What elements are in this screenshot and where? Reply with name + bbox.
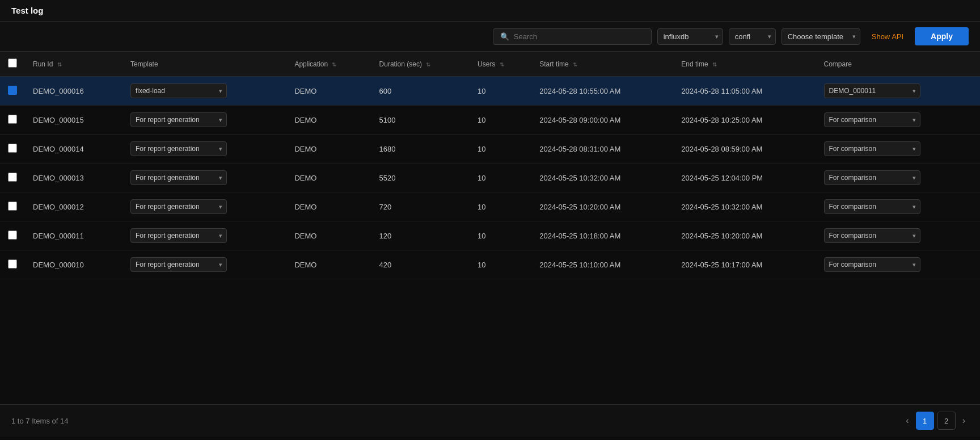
row-template-select[interactable]: For report generationFor report generati…	[130, 199, 227, 214]
datasource-dropdown[interactable]: influxdb prometheus elasticsearch	[657, 28, 723, 45]
main-content: 🔍 influxdb prometheus elasticsearch conf…	[0, 22, 980, 437]
table-row: DEMO_000013For report generationFor repo…	[0, 164, 980, 192]
row-template-select[interactable]: For report generationFor report generati…	[130, 112, 227, 127]
table-row: DEMO_000010For report generationFor repo…	[0, 250, 980, 279]
search-input[interactable]	[514, 32, 644, 41]
row-compare-select[interactable]: For comparisonFor comparison	[824, 112, 920, 127]
row-compare-select[interactable]: For comparisonFor comparison	[824, 228, 920, 243]
cell-start-time: 2024-05-28 09:00:00 AM	[531, 106, 673, 135]
template-dropdown[interactable]: Choose template template1 template2	[782, 28, 860, 45]
cell-start-time: 2024-05-25 10:20:00 AM	[531, 192, 673, 221]
row-template-select[interactable]: For report generationFor report generati…	[130, 141, 227, 156]
header-duration: Duration (sec) ⇅	[371, 52, 470, 77]
header-application: Application ⇅	[286, 52, 371, 77]
select-all-checkbox[interactable]	[8, 58, 17, 68]
cell-duration: 720	[371, 192, 470, 221]
table-row: DEMO_000015For report generationFor repo…	[0, 106, 980, 135]
cell-duration: 5520	[371, 164, 470, 192]
header-template: Template	[122, 52, 286, 77]
cell-run-id: DEMO_000016	[25, 77, 122, 106]
table-row: DEMO_000012For report generationFor repo…	[0, 192, 980, 221]
row-compare-select[interactable]: For comparisonFor comparison	[824, 170, 920, 185]
cell-compare: DEMO_000011For comparison	[816, 77, 980, 106]
cell-compare: For comparisonFor comparison	[816, 192, 980, 221]
row-compare-select[interactable]: DEMO_000011For comparison	[824, 83, 920, 98]
template-dropdown-wrapper: For report generationFor report generati…	[130, 112, 227, 127]
row-checkbox[interactable]	[8, 173, 17, 182]
row-checkbox[interactable]	[8, 259, 17, 269]
cell-template: For report generationFor report generati…	[122, 164, 286, 192]
cell-users: 10	[470, 106, 531, 135]
table-header: Run Id ⇅ Template Application ⇅ Duration…	[0, 52, 980, 77]
checkbox-cell	[0, 106, 25, 135]
page-2-button[interactable]: 2	[937, 412, 956, 430]
row-checkbox[interactable]	[8, 115, 17, 124]
top-bar: Test log	[0, 0, 980, 22]
prev-page-button[interactable]: ‹	[902, 413, 912, 428]
next-page-button[interactable]: ›	[959, 413, 969, 428]
apply-button[interactable]: Apply	[915, 27, 969, 45]
cell-template: For report generationFor report generati…	[122, 106, 286, 135]
cell-application: DEMO	[286, 106, 371, 135]
table-row: DEMO_000011For report generationFor repo…	[0, 221, 980, 250]
template-dropdown-wrapper: fixed-loadFor report generation	[130, 83, 227, 98]
cell-application: DEMO	[286, 164, 371, 192]
cell-users: 10	[470, 135, 531, 164]
compare-dropdown-wrapper: DEMO_000011For comparison	[824, 83, 920, 98]
header-run-id: Run Id ⇅	[25, 52, 122, 77]
cell-duration: 1680	[371, 135, 470, 164]
template-dropdown-wrapper: For report generationFor report generati…	[130, 228, 227, 243]
table-body: DEMO_000016fixed-loadFor report generati…	[0, 77, 980, 279]
header-start-time: Start time ⇅	[531, 52, 673, 77]
header-checkbox-cell	[0, 52, 25, 77]
template-dropdown-wrapper: For report generationFor report generati…	[130, 141, 227, 156]
checkbox-cell	[0, 135, 25, 164]
row-compare-select[interactable]: For comparisonFor comparison	[824, 257, 920, 272]
cell-application: DEMO	[286, 221, 371, 250]
cell-template: fixed-loadFor report generation	[122, 77, 286, 106]
compare-dropdown-wrapper: For comparisonFor comparison	[824, 257, 920, 272]
cell-start-time: 2024-05-28 10:55:00 AM	[531, 77, 673, 106]
cell-run-id: DEMO_000010	[25, 250, 122, 279]
cell-end-time: 2024-05-28 10:25:00 AM	[673, 106, 816, 135]
row-compare-select[interactable]: For comparisonFor comparison	[824, 199, 920, 214]
cell-users: 10	[470, 192, 531, 221]
template-dropdown-wrapper: For report generationFor report generati…	[130, 199, 227, 214]
cell-duration: 420	[371, 250, 470, 279]
checkbox-cell	[0, 250, 25, 279]
cell-start-time: 2024-05-28 08:31:00 AM	[531, 135, 673, 164]
cell-run-id: DEMO_000015	[25, 106, 122, 135]
row-checkbox[interactable]	[8, 231, 17, 240]
cell-start-time: 2024-05-25 10:18:00 AM	[531, 221, 673, 250]
filter-dropdown-wrapper: confl option2 option3	[729, 28, 776, 45]
cell-template: For report generationFor report generati…	[122, 221, 286, 250]
cell-application: DEMO	[286, 77, 371, 106]
show-api-button[interactable]: Show API	[866, 29, 909, 44]
cell-end-time: 2024-05-25 12:04:00 PM	[673, 164, 816, 192]
search-box: 🔍	[493, 28, 652, 45]
header-end-time: End time ⇅	[673, 52, 816, 77]
cell-template: For report generationFor report generati…	[122, 192, 286, 221]
row-compare-select[interactable]: For comparisonFor comparison	[824, 141, 920, 156]
checkbox-cell	[0, 77, 25, 106]
compare-dropdown-wrapper: For comparisonFor comparison	[824, 170, 920, 185]
filter-dropdown[interactable]: confl option2 option3	[729, 28, 776, 45]
row-checkbox[interactable]	[8, 202, 17, 211]
cell-compare: For comparisonFor comparison	[816, 250, 980, 279]
cell-template: For report generationFor report generati…	[122, 135, 286, 164]
row-template-select[interactable]: For report generationFor report generati…	[130, 228, 227, 243]
checkbox-cell	[0, 192, 25, 221]
cell-users: 10	[470, 250, 531, 279]
row-template-select[interactable]: fixed-loadFor report generation	[130, 83, 227, 98]
cell-run-id: DEMO_000011	[25, 221, 122, 250]
cell-application: DEMO	[286, 192, 371, 221]
row-checkbox[interactable]	[8, 144, 17, 153]
row-template-select[interactable]: For report generationFor report generati…	[130, 257, 227, 272]
page-1-button[interactable]: 1	[916, 412, 934, 430]
checkbox-cell	[0, 221, 25, 250]
cell-start-time: 2024-05-25 10:10:00 AM	[531, 250, 673, 279]
cell-run-id: DEMO_000013	[25, 164, 122, 192]
row-template-select[interactable]: For report generationFor report generati…	[130, 170, 227, 185]
row-checkbox-checked[interactable]	[8, 86, 17, 95]
compare-dropdown-wrapper: For comparisonFor comparison	[824, 228, 920, 243]
